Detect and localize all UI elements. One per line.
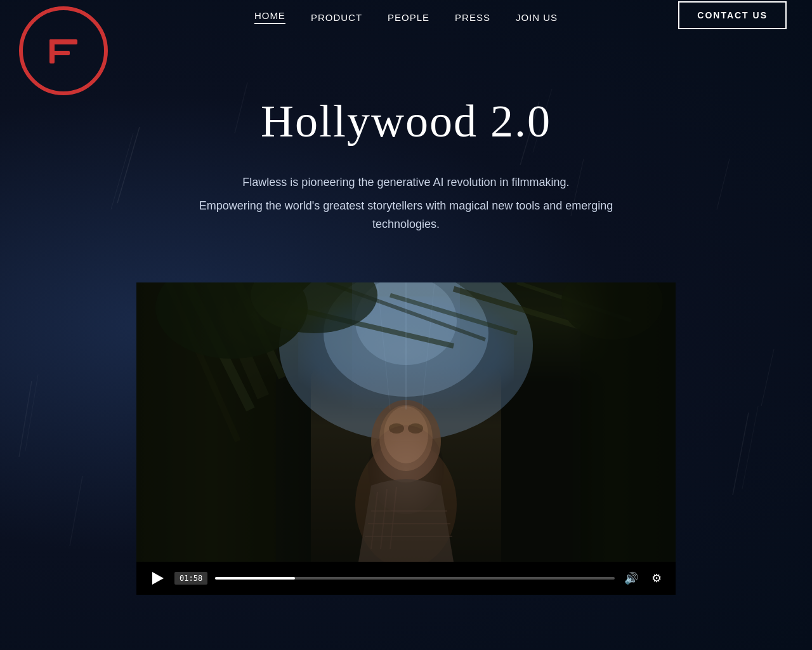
- volume-icon: 🔊: [624, 571, 638, 585]
- nav-links: HOME PRODUCT PEOPLE PRESS JOIN US: [254, 10, 558, 24]
- hero-title: Hollywood 2.0: [25, 95, 787, 148]
- video-progress-bar[interactable]: [215, 577, 615, 580]
- nav-link-product[interactable]: PRODUCT: [311, 12, 362, 23]
- volume-button[interactable]: 🔊: [622, 569, 640, 587]
- hero-subtitle-line1: Flawless is pioneering the generative AI…: [190, 173, 622, 192]
- svg-point-39: [408, 423, 423, 434]
- svg-rect-15: [49, 51, 70, 55]
- video-frame[interactable]: [136, 282, 676, 562]
- nav-link-home[interactable]: HOME: [254, 10, 285, 24]
- svg-point-37: [384, 406, 428, 463]
- hero-subtitle-line2: Empowering the world's greatest storytel…: [190, 197, 622, 234]
- nav-link-press[interactable]: PRESS: [455, 12, 490, 23]
- contact-us-button[interactable]: CONTACT US: [678, 1, 787, 29]
- video-timestamp: 01:58: [174, 572, 207, 585]
- play-button[interactable]: [147, 568, 167, 588]
- video-player: 01:58 🔊 ⚙: [136, 282, 676, 595]
- settings-icon: ⚙: [652, 571, 662, 585]
- hero-subtitle: Flawless is pioneering the generative AI…: [190, 173, 622, 233]
- video-controls-bar: 01:58 🔊 ⚙: [136, 562, 676, 595]
- svg-point-38: [389, 423, 404, 434]
- main-nav: HOME PRODUCT PEOPLE PRESS JOIN US CONTAC…: [0, 0, 812, 30]
- nav-link-join-us[interactable]: JOIN US: [516, 12, 558, 23]
- film-still-svg: [136, 282, 676, 562]
- play-icon: [152, 572, 164, 585]
- nav-link-people[interactable]: PEOPLE: [388, 12, 429, 23]
- film-still: [136, 282, 676, 562]
- settings-button[interactable]: ⚙: [648, 569, 665, 587]
- video-progress-fill: [215, 577, 295, 580]
- hero-section: Hollywood 2.0 Flawless is pioneering the…: [0, 57, 812, 263]
